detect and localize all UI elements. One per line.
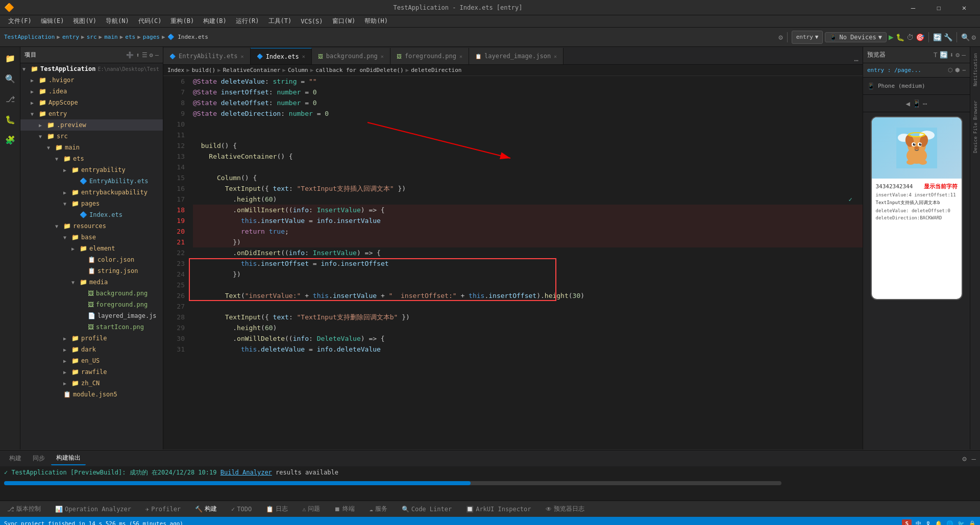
close-button[interactable]: ✕ (952, 0, 976, 15)
tree-string-json[interactable]: ▶ 📋 string.json (20, 265, 163, 277)
tree-rawfile[interactable]: ▶ 📁 rawfile (20, 366, 163, 378)
status-chinese-icon[interactable]: 中 (916, 520, 921, 526)
profile-button[interactable]: ⏱ (906, 33, 914, 41)
minimize-button[interactable]: — (901, 0, 925, 15)
toolbar-entry[interactable]: entry (62, 34, 79, 40)
activity-explorer[interactable]: 📁 (1, 49, 19, 67)
activity-search[interactable]: 🔍 (1, 69, 19, 88)
no-devices-button[interactable]: 📱 No Devices ▼ (825, 32, 886, 42)
bottom-settings-icon[interactable]: ⚙ (962, 455, 966, 463)
preview-more-nav-icon[interactable]: ⋯ (923, 99, 927, 108)
footer-preview-log[interactable]: 👁 预览器日志 (543, 504, 587, 514)
status-notification-icon[interactable]: 🔔 (935, 520, 942, 526)
tab-background[interactable]: 🖼 background.png ✕ (312, 48, 390, 64)
tree-base[interactable]: ▼ 📁 base (20, 232, 163, 243)
menu-help[interactable]: 帮助(H) (360, 16, 392, 27)
menu-file[interactable]: 文件(F) (4, 16, 36, 27)
debug-button[interactable]: 🐛 (896, 33, 904, 41)
tree-root[interactable]: ▼ 📁 TestApplication E:\nana\Desktop\Test (20, 63, 163, 74)
tab-foreground[interactable]: 🖼 foreground.png ✕ (390, 48, 469, 64)
footer-operation-analyzer[interactable]: 📊 Operation Analyzer (52, 505, 134, 514)
tab-close-icon[interactable]: ✕ (459, 54, 462, 59)
preview-more-icon[interactable]: ⋯ (962, 67, 966, 73)
maximize-button[interactable]: ☐ (927, 0, 950, 15)
sidebar-add-icon[interactable]: ➕ (126, 52, 134, 59)
menu-build[interactable]: 构建(B) (199, 16, 231, 27)
coverage-button[interactable]: 🎯 (916, 33, 924, 41)
menu-view[interactable]: 视图(V) (69, 16, 101, 27)
code-content[interactable]: @State deleteValue: string = "" @State i… (189, 76, 863, 449)
tree-background-png[interactable]: ▶ 🖼 background.png (20, 288, 163, 299)
tree-hvigor[interactable]: ▶ 📁 .hvigor (20, 74, 163, 86)
activity-extensions[interactable]: 🧩 (1, 131, 19, 149)
footer-profiler[interactable]: ✈ Profiler (142, 505, 184, 514)
output-link-text[interactable]: Build Analyzer (220, 469, 272, 476)
tree-dark[interactable]: ▶ 📁 dark (20, 344, 163, 355)
tree-appscope[interactable]: ▶ 📁 AppScope (20, 97, 163, 108)
settings-icon[interactable]: ⚙ (778, 33, 782, 41)
menu-navigate[interactable]: 导航(N) (102, 16, 133, 27)
tree-entryability-ets[interactable]: ▶ 🔷 EntryAbility.ets (20, 176, 163, 187)
status-mic-icon[interactable]: 🎙 (925, 520, 931, 526)
tree-pages[interactable]: ▼ 📁 pages (20, 198, 163, 209)
menu-edit[interactable]: 编辑(E) (37, 16, 68, 27)
breadcrumb-item[interactable]: deleteDirection (411, 67, 461, 73)
bottom-tab-buildoutput[interactable]: 构建输出 (51, 452, 86, 465)
tree-module-json[interactable]: ▶ 📋 module.json5 (20, 389, 163, 400)
sidebar-menu-icon[interactable]: ☰ (142, 52, 148, 59)
preview-path-btn2[interactable]: ⬢ (955, 67, 960, 73)
reload-button[interactable]: 🔄 (933, 33, 942, 41)
tree-idea[interactable]: ▶ 📁 .idea (20, 86, 163, 97)
tab-close-icon[interactable]: ✕ (381, 54, 384, 59)
tab-close-icon[interactable]: ✕ (241, 54, 244, 59)
footer-build[interactable]: 🔨 构建 (192, 504, 220, 514)
run-button[interactable]: ▶ (889, 32, 894, 42)
preview-path-btn1[interactable]: ⬡ (948, 67, 953, 73)
tree-element[interactable]: ▶ 📁 element (20, 243, 163, 254)
tree-index-ets[interactable]: ▶ 🔷 Index.ets (20, 209, 163, 220)
toolbar-src[interactable]: src (87, 34, 97, 40)
tab-close-icon[interactable]: ✕ (302, 54, 305, 59)
tree-preview[interactable]: ▶ 📁 .preview (20, 119, 163, 131)
menu-tools[interactable]: 工具(T) (264, 16, 296, 27)
footer-todo[interactable]: ✓ TODO (228, 505, 255, 514)
status-bird-icon[interactable]: 🐦 (958, 520, 965, 526)
footer-terminal[interactable]: ⏹ 终端 (331, 504, 358, 514)
preview-settings-icon[interactable]: ⚙ (955, 51, 960, 59)
breadcrumb-item[interactable]: build() (192, 67, 215, 73)
code-editor[interactable]: 6 7 8 9 10 11 12 13 14 15 16 17 18 19 20… (163, 76, 863, 449)
tree-layered-image[interactable]: ▶ 📄 layered_image.js (20, 310, 163, 321)
tree-en-us[interactable]: ▶ 📁 en_US (20, 355, 163, 366)
activity-debug[interactable]: 🐛 (1, 110, 19, 129)
notification-tab[interactable]: Notification (971, 51, 980, 88)
footer-log[interactable]: 📋 日志 (263, 504, 291, 514)
sidebar-collapse-icon[interactable]: ⬆ (136, 52, 139, 59)
toolbar-main[interactable]: main (104, 34, 118, 40)
config-button[interactable]: ⚙ (972, 33, 976, 41)
tab-entryability[interactable]: 🔷 EntryAbility.ets ✕ (163, 48, 251, 64)
tab-layered-image[interactable]: 📋 layered_image.json ✕ (469, 48, 564, 64)
preview-download-icon[interactable]: ⬇ (950, 51, 954, 59)
tree-media[interactable]: ▼ 📁 media (20, 277, 163, 288)
preview-close-icon[interactable]: — (962, 51, 966, 59)
device-file-tab[interactable]: Device File Browser (971, 98, 980, 155)
bottom-tab-sync[interactable]: 同步 (28, 452, 50, 465)
menu-run[interactable]: 运行(R) (232, 16, 263, 27)
bottom-close-icon[interactable]: — (972, 455, 976, 463)
tree-src[interactable]: ▼ 📁 src (20, 131, 163, 142)
status-sync-message[interactable]: Sync project finished in 14 s 526 ms (56… (4, 520, 183, 526)
preview-font-icon[interactable]: T (934, 51, 938, 59)
tab-index[interactable]: 🔷 Index.ets ✕ (251, 48, 312, 64)
toolbar-app-name[interactable]: TestApplication (4, 34, 55, 40)
search-button[interactable]: 🔍 (961, 33, 970, 41)
tree-color-json[interactable]: ▶ 📋 color.json (20, 254, 163, 265)
preview-back-icon[interactable]: ◀ (906, 99, 910, 108)
tree-foreground-png[interactable]: ▶ 🖼 foreground.png (20, 299, 163, 310)
entry-dropdown[interactable]: entry ▼ (792, 31, 823, 44)
menu-vcs[interactable]: VCS(S) (297, 17, 327, 26)
tree-zh-cn[interactable]: ▶ 📁 zh_CN (20, 378, 163, 389)
sidebar-settings-icon[interactable]: ⚙ (150, 52, 153, 59)
tree-main[interactable]: ▼ 📁 main (20, 142, 163, 153)
tab-more-icon[interactable]: ⋯ (854, 56, 859, 64)
toolbar-ets[interactable]: ets (125, 34, 135, 40)
